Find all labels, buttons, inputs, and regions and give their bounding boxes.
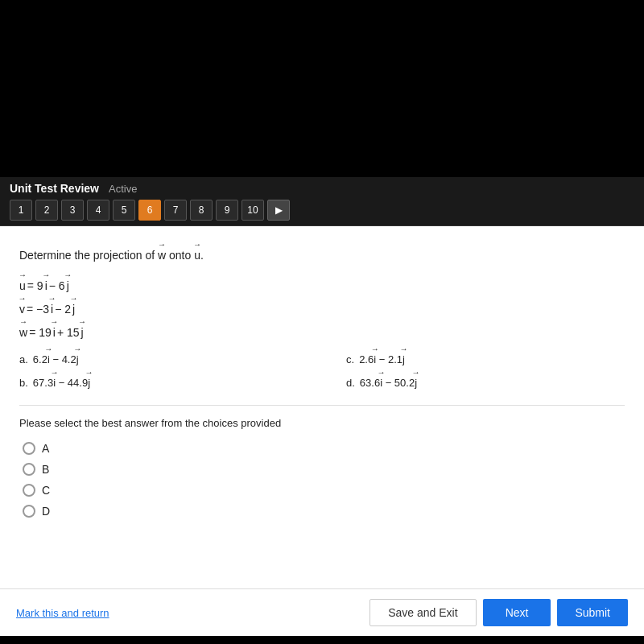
nav-btn-4[interactable]: 4 <box>87 200 109 221</box>
vector-v-line: v = −3i − 2j <box>19 296 625 316</box>
divider <box>19 405 625 406</box>
radio-circle-c <box>23 484 35 497</box>
nav-btn-5[interactable]: 5 <box>113 200 135 221</box>
status-badge: Active <box>109 183 137 195</box>
nav-btn-9[interactable]: 9 <box>216 200 238 221</box>
vector-u-line: u = 9i − 6j <box>19 273 625 292</box>
nav-next-arrow[interactable]: ▶ <box>267 200 290 221</box>
header-bar: Unit Test Review Active 1 2 3 4 5 6 7 8 … <box>0 177 644 226</box>
radio-options: A B C D <box>23 442 625 518</box>
radio-circle-b <box>23 463 35 476</box>
radio-option-a[interactable]: A <box>23 442 625 455</box>
radio-label-c: C <box>42 484 50 497</box>
radio-option-c[interactable]: C <box>23 484 625 497</box>
choice-a: a.6.2i − 4.2j <box>19 347 298 365</box>
vec-w: w <box>158 242 166 262</box>
main-content: Determine the projection of w onto u. u … <box>0 226 644 588</box>
question-nav: 1 2 3 4 5 6 7 8 9 10 ▶ <box>10 200 634 225</box>
nav-btn-7[interactable]: 7 <box>164 200 187 221</box>
question-prompt: Determine the projection of w onto u. <box>19 242 625 262</box>
radio-circle-d <box>23 505 35 518</box>
choice-d: d.63.6i − 50.2j <box>346 370 625 389</box>
mark-return-link[interactable]: Mark this and return <box>16 607 109 619</box>
radio-option-b[interactable]: B <box>23 463 625 476</box>
radio-option-d[interactable]: D <box>23 505 625 518</box>
nav-btn-8[interactable]: 8 <box>190 200 213 221</box>
page-title: Unit Test Review <box>10 182 99 195</box>
choices-grid: a.6.2i − 4.2j c.2.6i − 2.1j b.67.3i − 44… <box>19 347 625 389</box>
select-prompt: Please select the best answer from the c… <box>19 417 625 429</box>
submit-button[interactable]: Submit <box>557 599 628 626</box>
radio-label-b: B <box>42 463 49 476</box>
radio-label-a: A <box>42 442 49 455</box>
radio-circle-a <box>23 442 35 455</box>
nav-btn-3[interactable]: 3 <box>61 200 84 221</box>
footer-buttons: Save and Exit Next Submit <box>369 599 628 626</box>
choice-b: b.67.3i − 44.9j <box>19 370 298 389</box>
save-exit-button[interactable]: Save and Exit <box>369 599 476 626</box>
vec-u: u <box>194 242 200 262</box>
next-button[interactable]: Next <box>483 599 551 626</box>
nav-btn-10[interactable]: 10 <box>242 200 264 221</box>
nav-btn-6[interactable]: 6 <box>138 200 161 221</box>
nav-btn-2[interactable]: 2 <box>35 200 58 221</box>
choice-c: c.2.6i − 2.1j <box>346 347 625 365</box>
nav-btn-1[interactable]: 1 <box>10 200 32 221</box>
footer-bar: Mark this and return Save and Exit Next … <box>0 588 644 636</box>
vector-w-line: w = 19i + 15j <box>19 320 625 339</box>
radio-label-d: D <box>42 505 50 518</box>
